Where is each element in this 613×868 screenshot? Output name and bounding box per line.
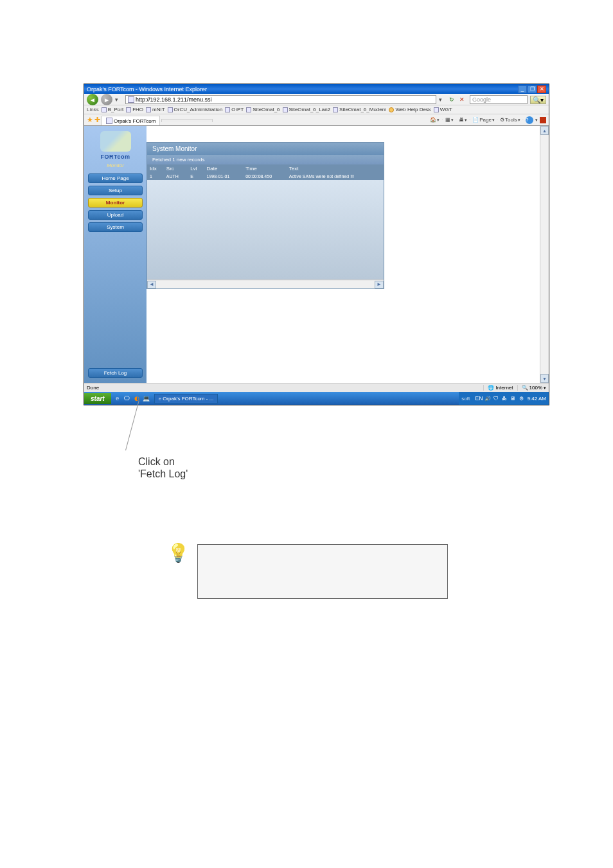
link-siteomat6[interactable]: SiteOmat_6 — [246, 107, 280, 112]
toolbar-right: 🏠▾ · ▦▾ · 🖶▾ · 📄Page▾ · ⚙Tools▾ · ?▾ — [430, 116, 546, 124]
zoom-icon: 🔍 — [522, 385, 528, 391]
link-wgt[interactable]: WGT — [434, 107, 452, 112]
quick-media-icon[interactable]: ◐ — [133, 394, 141, 402]
brand-text: FORTcom — [88, 154, 143, 160]
quick-launch: e 🖵 ◐ 💻 — [111, 394, 153, 402]
page-icon — [168, 107, 173, 112]
quick-app-icon[interactable]: 💻 — [143, 394, 150, 402]
forward-button[interactable]: ► — [101, 94, 112, 105]
cell-date: 1998-01-01 — [204, 173, 244, 180]
refresh-icon[interactable]: ↻ — [449, 96, 457, 103]
content-area: FORTcom Monitor Home Page Setup Monitor … — [84, 126, 549, 383]
ie-icon: e — [159, 396, 161, 402]
tray-icon-3[interactable]: 🖧 — [501, 395, 508, 402]
tool-extra[interactable] — [540, 117, 546, 123]
status-bar: Done 🌐 Internet 🔍 100% ▾ — [84, 383, 549, 392]
links-bar: Links B_Port FHO mNIT OrCU_Administratio… — [84, 105, 549, 114]
table-row: 1 AUTH E 1998-01-01 00:00:08.450 Active … — [147, 173, 384, 180]
dropdown-icon[interactable]: ▾ — [115, 96, 123, 103]
link-siteomat6-lan2[interactable]: SiteOmat_6_Lan2 — [283, 107, 331, 112]
link-webhelpdesk[interactable]: Web Help Desk — [389, 107, 431, 112]
status-zone: 🌐 Internet — [483, 385, 513, 391]
scroll-left-button[interactable]: ◄ — [147, 281, 156, 288]
links-label: Links — [87, 107, 99, 112]
page-icon — [246, 107, 251, 112]
close-button[interactable]: ✕ — [537, 85, 546, 93]
address-bar[interactable]: http://192.168.1.211/menu.ssi — [125, 95, 436, 104]
sidebar-monitor[interactable]: Monitor — [88, 198, 143, 208]
home-button[interactable]: 🏠▾ — [430, 117, 440, 123]
search-go-button[interactable]: 🔍▾ — [530, 96, 546, 104]
clock[interactable]: 9:42 AM — [528, 396, 546, 402]
tab-new[interactable] — [161, 119, 213, 122]
window-title: Orpak's FORTcom - Windows Internet Explo… — [87, 86, 207, 93]
favorites-icon[interactable]: ★ — [87, 116, 93, 124]
scroll-up-button[interactable]: ▲ — [540, 126, 549, 135]
link-b-port[interactable]: B_Port — [102, 107, 123, 112]
vscroll-track[interactable] — [540, 135, 549, 374]
task-label: Orpak's FORTcom - ... — [163, 396, 213, 402]
sidebar-system[interactable]: System — [88, 222, 143, 232]
tray-icon-5[interactable]: ⚙ — [518, 395, 525, 402]
page-icon — [146, 107, 151, 112]
cell-time: 00:00:08.450 — [243, 173, 287, 180]
scroll-right-button[interactable]: ► — [375, 281, 384, 288]
callout-line — [125, 401, 139, 451]
vertical-scrollbar[interactable]: ▲ ▼ — [540, 126, 549, 383]
tray-icon-1[interactable]: 🔊 — [484, 395, 492, 402]
stop-icon[interactable]: ✕ — [459, 96, 467, 103]
cell-idx: 1 — [147, 173, 164, 180]
navbar: ◄ ► ▾ http://192.168.1.211/menu.ssi ▾ ↻ … — [84, 94, 549, 105]
sidebar: FORTcom Monitor Home Page Setup Monitor … — [84, 126, 147, 383]
titlebar: Orpak's FORTcom - Windows Internet Explo… — [84, 84, 549, 94]
tools-menu[interactable]: ⚙Tools▾ — [500, 117, 520, 123]
tab-label: Orpak's FORTcom — [114, 118, 155, 124]
add-favorite-icon[interactable]: ✚ — [94, 116, 100, 124]
help-button[interactable]: ? — [526, 116, 533, 124]
maximize-button[interactable]: ❐ — [528, 85, 537, 93]
link-mnit[interactable]: mNIT — [146, 107, 165, 112]
link-siteomat6-modem[interactable]: SiteOmat_6_Modem — [333, 107, 386, 112]
horizontal-scrollbar[interactable]: ◄ ► — [147, 279, 384, 288]
search-box[interactable]: Google — [470, 95, 528, 104]
lang-indicator[interactable]: EN — [475, 395, 483, 402]
minimize-button[interactable]: _ — [518, 85, 527, 93]
logo-area: FORTcom Monitor — [88, 131, 143, 168]
link-orcu[interactable]: OrCU_Administration — [168, 107, 223, 112]
tray-soft-text: soft — [461, 396, 470, 402]
url-text: http://192.168.1.211/menu.ssi — [136, 96, 212, 103]
tab-fortcom[interactable]: Orpak's FORTcom — [102, 116, 160, 125]
start-button[interactable]: start — [84, 393, 111, 404]
col-text: Text — [287, 164, 384, 173]
quick-ie-icon[interactable]: e — [114, 394, 121, 402]
print-button[interactable]: 🖶▾ — [459, 117, 467, 123]
note-box — [197, 544, 448, 599]
page-menu[interactable]: 📄Page▾ — [472, 117, 495, 123]
quick-desktop-icon[interactable]: 🖵 — [123, 394, 131, 402]
tab-bar: ★ ✚ Orpak's FORTcom 🏠▾ · ▦▾ · 🖶▾ · 📄Page… — [84, 114, 549, 126]
monitor-frame: System Monitor Fetched 1 new records Idx… — [147, 142, 384, 289]
monitor-title: System Monitor — [147, 143, 384, 155]
scroll-down-button[interactable]: ▼ — [540, 374, 549, 383]
sidebar-upload[interactable]: Upload — [88, 210, 143, 220]
scroll-track[interactable] — [156, 281, 375, 288]
go-dropdown-icon[interactable]: ▾ — [439, 96, 447, 103]
back-button[interactable]: ◄ — [87, 94, 98, 105]
tray-icon-4[interactable]: 🖥 — [510, 395, 517, 402]
sidebar-setup[interactable]: Setup — [88, 186, 143, 195]
window-controls: _ ❐ ✕ — [518, 85, 546, 93]
link-orpt[interactable]: OrPT — [225, 107, 244, 112]
sidebar-home-page[interactable]: Home Page — [88, 173, 143, 183]
callout-text: Click on 'Fetch Log' — [138, 456, 529, 480]
search-placeholder: Google — [472, 96, 491, 103]
feed-button[interactable]: ▦▾ — [445, 117, 454, 123]
fetch-log-button[interactable]: Fetch Log — [88, 368, 143, 378]
monitor-table: Idx Src Lvl Date Time Text 1 AUTH E 1998… — [147, 164, 384, 180]
status-zoom[interactable]: 🔍 100% ▾ — [517, 385, 546, 391]
link-fho[interactable]: FHO — [126, 107, 143, 112]
cell-src: AUTH — [164, 173, 188, 180]
tray-icon-2[interactable]: 🛡 — [493, 395, 500, 402]
logo-icon — [100, 131, 131, 152]
taskbar-item-fortcom[interactable]: e Orpak's FORTcom - ... — [154, 394, 218, 403]
taskbar: start e 🖵 ◐ 💻 e Orpak's FORTcom - ... so… — [84, 392, 549, 405]
